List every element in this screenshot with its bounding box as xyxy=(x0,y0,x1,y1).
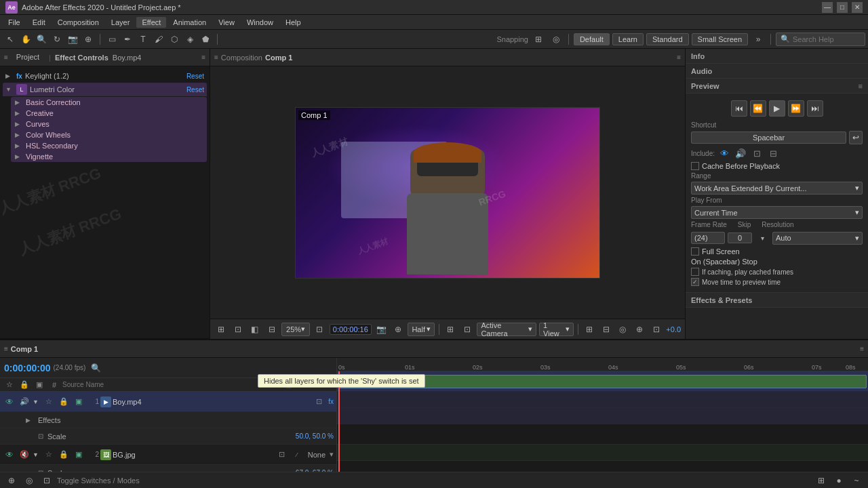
play-from-dropdown[interactable]: Current Time ▾ xyxy=(691,206,863,219)
effects-expand[interactable]: ▶ xyxy=(26,417,34,424)
tool-hand[interactable]: ✋ xyxy=(18,32,33,47)
layer1-expand[interactable]: ▼ xyxy=(33,399,41,405)
fx-lumetri-reset[interactable]: Reset xyxy=(186,86,204,94)
move-time-checkbox[interactable] xyxy=(691,278,699,286)
fx-vignette[interactable]: ▶ Vignette xyxy=(11,151,207,162)
viewer-snapshot-btn[interactable]: 📷 xyxy=(374,322,389,337)
layer1-lock[interactable]: 🔒 xyxy=(57,395,71,409)
tool-eraser[interactable]: ◈ xyxy=(182,32,197,47)
panel-tab-project[interactable]: Project xyxy=(11,52,45,64)
basic-correction-expand[interactable]: ▶ xyxy=(15,99,23,106)
viewer-zoom[interactable]: 25% ▾ xyxy=(281,323,310,336)
workspace-small[interactable]: Small Screen xyxy=(692,33,748,45)
tl-lock-btn[interactable]: 🔒 xyxy=(18,378,31,392)
tool-puppet[interactable]: ⬟ xyxy=(198,32,213,47)
tl-footer-wave[interactable]: ~ xyxy=(849,473,864,488)
fx-curves[interactable]: ▶ Curves xyxy=(11,119,207,129)
viewer-motion-btn[interactable]: ◎ xyxy=(616,322,630,337)
viewer-camera[interactable]: Active Camera ▾ xyxy=(477,323,536,336)
include-audio-btn[interactable]: 🔊 xyxy=(734,146,747,160)
tl-playhead[interactable] xyxy=(338,371,340,472)
layer2-eye[interactable]: 👁 xyxy=(3,448,16,462)
tl-solo-btn[interactable]: ☆ xyxy=(3,378,16,392)
tool-brush[interactable]: 🖌 xyxy=(151,32,166,47)
fx-creative[interactable]: ▶ Creative xyxy=(11,108,207,119)
menu-file[interactable]: File xyxy=(3,17,26,28)
tl-search-btn[interactable]: 🔍 xyxy=(88,361,103,375)
fx-basic-correction[interactable]: ▶ Basic Correction xyxy=(11,97,207,108)
fx-color-wheels[interactable]: ▶ Color Wheels xyxy=(11,129,207,140)
layer2-expand[interactable]: ▼ xyxy=(33,451,41,458)
tool-zoom[interactable]: 🔍 xyxy=(34,32,49,47)
viewer-pixel-btn[interactable]: ⊡ xyxy=(460,322,475,337)
preview-menu-btn[interactable]: ≡ xyxy=(859,82,863,90)
color-wheels-expand[interactable]: ▶ xyxy=(15,131,23,138)
viewer-region-btn[interactable]: ⊞ xyxy=(214,322,229,337)
prev-step-fwd[interactable]: ⏩ xyxy=(788,100,804,117)
tl-num-btn[interactable]: # xyxy=(47,378,61,392)
keylight-expand-icon[interactable]: ▶ xyxy=(5,73,14,79)
cache-frames-checkbox[interactable] xyxy=(691,268,699,276)
snapping-toggle[interactable]: ⊞ xyxy=(531,32,546,47)
menu-effect[interactable]: Effect xyxy=(136,17,166,28)
tl-label-btn[interactable]: ▣ xyxy=(33,378,46,392)
prev-step-back[interactable]: ⏪ xyxy=(750,100,766,117)
layer2-solo[interactable]: ☆ xyxy=(42,448,56,462)
prev-play[interactable]: ▶ xyxy=(769,100,785,117)
fx-keylight-reset[interactable]: Reset xyxy=(186,73,204,80)
viewer-transp-btn[interactable]: ⊞ xyxy=(443,322,458,337)
menu-window[interactable]: Window xyxy=(241,17,279,28)
viewer-guides-btn[interactable]: ⊟ xyxy=(264,322,279,337)
snap-btn[interactable]: ◎ xyxy=(549,32,564,47)
layer2-lock[interactable]: 🔒 xyxy=(57,448,71,462)
tl-layer-1[interactable]: 👁 🔊 ▼ ☆ 🔒 ▣ 1 ▶ Boy.mp4 ⊡ fx xyxy=(0,392,336,412)
workspace-more[interactable]: » xyxy=(751,32,766,47)
shortcut-value[interactable]: Spacebar xyxy=(691,131,846,144)
skip-down[interactable]: ▾ xyxy=(755,230,770,245)
lumetri-expand-icon[interactable]: ▼ xyxy=(5,86,14,93)
resolution-dropdown[interactable]: Auto ▾ xyxy=(772,232,863,245)
tl-panel-menu[interactable]: ≡ xyxy=(860,345,864,352)
layer2-switch[interactable]: ⊡ xyxy=(275,448,289,462)
menu-animation[interactable]: Animation xyxy=(167,17,212,28)
viewer-view[interactable]: 1 View ▾ xyxy=(539,323,574,336)
layer2-parent-arrow[interactable]: ▾ xyxy=(330,450,334,459)
tool-pen[interactable]: ✒ xyxy=(120,32,135,47)
menu-view[interactable]: View xyxy=(213,17,240,28)
include-overflow-btn[interactable]: ⊡ xyxy=(750,146,764,160)
tool-rotate[interactable]: ↻ xyxy=(50,32,64,47)
menu-layer[interactable]: Layer xyxy=(106,17,136,28)
layer2-label[interactable]: ▣ xyxy=(72,448,85,462)
tool-stamp[interactable]: ⬡ xyxy=(167,32,182,47)
range-dropdown[interactable]: Work Area Extended By Current... ▾ xyxy=(691,182,863,195)
layer1-eye[interactable]: 👁 xyxy=(3,395,16,409)
viewer-render-btn[interactable]: ⊕ xyxy=(633,322,647,337)
tl-footer-btn3[interactable]: ⊡ xyxy=(39,473,54,488)
cache-checkbox[interactable] xyxy=(691,162,699,170)
creative-expand[interactable]: ▶ xyxy=(15,110,23,117)
workspace-learn[interactable]: Learn xyxy=(612,33,644,45)
layer1-switch[interactable]: ⊡ xyxy=(312,395,326,409)
layer2-audio[interactable]: 🔇 xyxy=(18,448,31,462)
close-button[interactable]: ✕ xyxy=(852,2,863,13)
shortcut-icon[interactable]: ↩ xyxy=(849,131,863,144)
tl-footer-record[interactable]: ● xyxy=(831,473,846,488)
viewer-safe-btn[interactable]: ◧ xyxy=(248,322,262,337)
tl-layer-2[interactable]: 👁 🔇 ▼ ☆ 🔒 ▣ 2 🖼 BG.jpg ⊡ ∕ None ▾ xyxy=(0,445,336,465)
layer2-modes[interactable]: ∕ xyxy=(290,448,304,462)
maximize-button[interactable]: □ xyxy=(837,2,848,13)
menu-help[interactable]: Help xyxy=(280,17,307,28)
fx-hsl-secondary[interactable]: ▶ HSL Secondary xyxy=(11,140,207,151)
workspace-default[interactable]: Default xyxy=(574,33,610,45)
search-box[interactable]: 🔍 xyxy=(776,33,865,46)
tool-text[interactable]: T xyxy=(136,32,151,47)
tool-camera[interactable]: 📷 xyxy=(65,32,80,47)
preview-section-header[interactable]: Preview ≡ xyxy=(686,79,868,94)
search-input[interactable] xyxy=(793,35,861,43)
viewer-quality[interactable]: Half ▾ xyxy=(408,323,435,336)
vignette-expand[interactable]: ▶ xyxy=(15,153,23,160)
full-screen-checkbox[interactable] xyxy=(691,247,699,256)
prev-skip-start[interactable]: ⏮ xyxy=(731,100,747,117)
include-video-btn[interactable]: 👁 xyxy=(717,146,731,160)
layer1-label[interactable]: ▣ xyxy=(72,395,85,409)
